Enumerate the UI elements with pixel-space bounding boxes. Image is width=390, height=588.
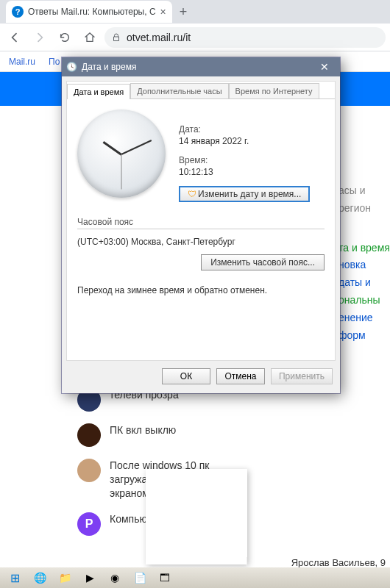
date-value: 14 января 2022 г.	[179, 136, 310, 146]
start-button[interactable]: ⊞	[3, 569, 26, 587]
taskbar-app-icon[interactable]: 📄	[128, 569, 152, 587]
dialog-footer: ОК Отмена Применить	[62, 361, 340, 393]
change-timezone-button[interactable]: Изменить часовой пояс...	[201, 254, 325, 270]
date-time-dialog: 🕓 Дата и время ✕ Дата и время Дополнител…	[62, 57, 340, 393]
taskbar-media-icon[interactable]: ▶	[78, 569, 102, 587]
address-bar[interactable]: otvet.mail.ru/it	[104, 27, 386, 48]
apply-button: Применить	[271, 368, 333, 384]
minute-hand	[121, 140, 152, 155]
time-value: 10:12:13	[179, 167, 310, 177]
bookmark-item[interactable]: Mail.ru	[9, 57, 35, 67]
tab-strip: ? Ответы Mail.ru: Компьютеры, С × +	[0, 0, 390, 24]
side-links: асы и регион та и время новка даты и она…	[338, 182, 390, 344]
side-link[interactable]: енение форм	[338, 309, 390, 345]
ghost-panel	[146, 469, 247, 564]
ok-button[interactable]: ОК	[162, 368, 210, 384]
side-link[interactable]: ональны	[338, 292, 390, 309]
shield-icon: 🛡	[188, 189, 196, 199]
clock-icon: 🕓	[66, 62, 77, 72]
time-label: Время:	[179, 155, 310, 165]
taskbar-explorer-icon[interactable]: 📁	[53, 569, 77, 587]
lock-icon	[112, 33, 121, 42]
timezone-heading: Часовой пояс	[77, 217, 325, 229]
dialog-tabs: Дата и время Дополнительные часы Время п…	[67, 82, 335, 98]
tab-date-time[interactable]: Дата и время	[67, 84, 130, 99]
dst-note: Переход на зимнее время и обратно отмене…	[77, 285, 325, 295]
new-tab-button[interactable]: +	[180, 4, 188, 20]
change-date-time-button[interactable]: 🛡Изменить дату и время...	[179, 186, 310, 202]
address-bar-row: otvet.mail.ru/it	[0, 24, 390, 51]
tab-internet-time[interactable]: Время по Интернету	[229, 83, 319, 98]
analog-clock	[77, 110, 166, 198]
hour-hand	[103, 141, 122, 156]
side-heading: асы и регион	[338, 182, 390, 218]
favicon-icon: ?	[12, 6, 24, 18]
close-tab-icon[interactable]: ×	[160, 6, 166, 18]
reload-button[interactable]	[54, 27, 75, 48]
taskbar-edge-icon[interactable]: 🌐	[28, 569, 52, 587]
timezone-value: (UTC+03:00) Москва, Санкт-Петербург	[77, 237, 325, 247]
browser-tab[interactable]: ? Ответы Mail.ru: Компьютеры, С ×	[6, 1, 172, 23]
url-text: otvet.mail.ru/it	[127, 32, 191, 43]
date-label: Дата:	[179, 124, 310, 135]
side-link[interactable]: та и время	[338, 240, 390, 257]
feed-text: ПК вкл выклю	[110, 423, 176, 447]
home-button[interactable]	[79, 27, 100, 48]
taskbar-app-icon[interactable]: 🗔	[153, 569, 177, 587]
dialog-title: Дата и время	[82, 62, 136, 72]
dialog-titlebar[interactable]: 🕓 Дата и время ✕	[62, 57, 340, 76]
taskbar-chrome-icon[interactable]: ◉	[103, 569, 127, 587]
forward-button[interactable]	[29, 27, 50, 48]
avatar: Р	[77, 512, 101, 536]
side-link[interactable]: новка даты и	[338, 257, 390, 292]
back-button[interactable]	[4, 27, 25, 48]
avatar	[77, 459, 101, 482]
cancel-button[interactable]: Отмена	[216, 368, 265, 384]
tab-title: Ответы Mail.ru: Компьютеры, С	[28, 7, 156, 17]
tab-additional-clocks[interactable]: Дополнительные часы	[130, 83, 228, 98]
bookmark-item[interactable]: По	[49, 57, 60, 67]
author-name: Ярослав Васильев, 9	[256, 557, 390, 568]
second-hand	[121, 154, 122, 190]
taskbar: ⊞ 🌐 📁 ▶ ◉ 📄 🗔	[0, 567, 390, 588]
avatar	[77, 423, 101, 447]
feed-item[interactable]: ПК вкл выклю	[77, 423, 239, 447]
close-button[interactable]: ✕	[313, 61, 336, 73]
